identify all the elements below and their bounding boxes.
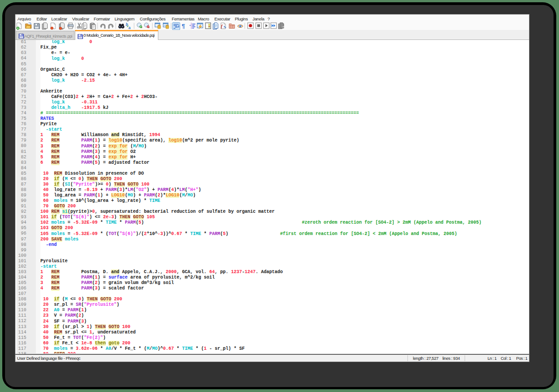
svg-text:b: b (126, 22, 128, 27)
svg-text:¶: ¶ (182, 23, 185, 29)
svg-text:a: a (128, 25, 131, 30)
